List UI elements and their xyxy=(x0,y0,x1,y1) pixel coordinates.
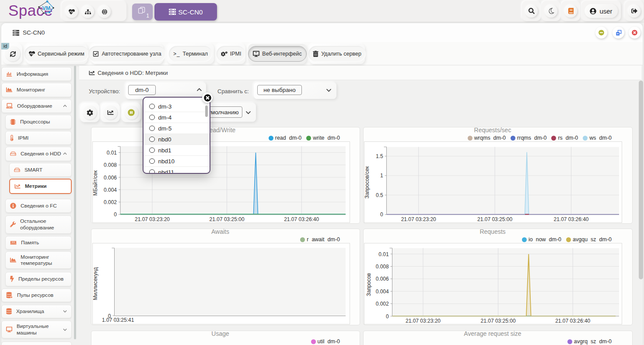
svg-text:0.006: 0.006 xyxy=(104,175,117,181)
svg-text:21.07 03:23:20: 21.07 03:23:20 xyxy=(406,318,441,324)
svg-text:1.07 03:25:41: 1.07 03:25:41 xyxy=(102,317,134,323)
svg-text:0.002: 0.002 xyxy=(104,199,117,205)
svg-text:0.008: 0.008 xyxy=(376,264,389,270)
svg-text:1: 1 xyxy=(380,172,383,179)
svg-text:МБайт/сек: МБайт/сек xyxy=(92,170,98,196)
svg-text:0.008: 0.008 xyxy=(104,162,117,168)
svg-text:21.07 03:26:40: 21.07 03:26:40 xyxy=(284,216,319,222)
svg-text:0.5: 0.5 xyxy=(376,192,383,198)
svg-text:21.07 03:26:40: 21.07 03:26:40 xyxy=(553,216,588,222)
svg-text:Миллисекунд: Миллисекунд xyxy=(92,267,98,300)
svg-text:21.07 03:25:00: 21.07 03:25:00 xyxy=(477,216,512,222)
svg-text:0: 0 xyxy=(114,211,117,218)
svg-text:0.002: 0.002 xyxy=(376,301,389,307)
svg-text:0: 0 xyxy=(380,211,383,218)
svg-text:21.07 03:23:20: 21.07 03:23:20 xyxy=(401,216,436,222)
svg-text:0.01: 0.01 xyxy=(378,251,389,257)
svg-text:0.004: 0.004 xyxy=(104,187,117,193)
svg-text:Запросов/сек: Запросов/сек xyxy=(364,166,370,199)
svg-text:0: 0 xyxy=(386,313,389,320)
svg-text:0.01: 0.01 xyxy=(107,150,117,156)
svg-text:21.07 03:25:00: 21.07 03:25:00 xyxy=(210,216,245,222)
svg-text:0.004: 0.004 xyxy=(376,289,389,295)
svg-text:0.006: 0.006 xyxy=(376,276,389,282)
svg-text:21.07 03:25:00: 21.07 03:25:00 xyxy=(481,318,516,324)
svg-text:21.07 03:23:20: 21.07 03:23:20 xyxy=(135,216,170,222)
svg-text:1.5: 1.5 xyxy=(376,153,383,159)
svg-text:VM: VM xyxy=(42,5,51,11)
svg-text:Запросов: Запросов xyxy=(366,273,372,296)
svg-text:21.07 03:26:40: 21.07 03:26:40 xyxy=(555,318,590,324)
